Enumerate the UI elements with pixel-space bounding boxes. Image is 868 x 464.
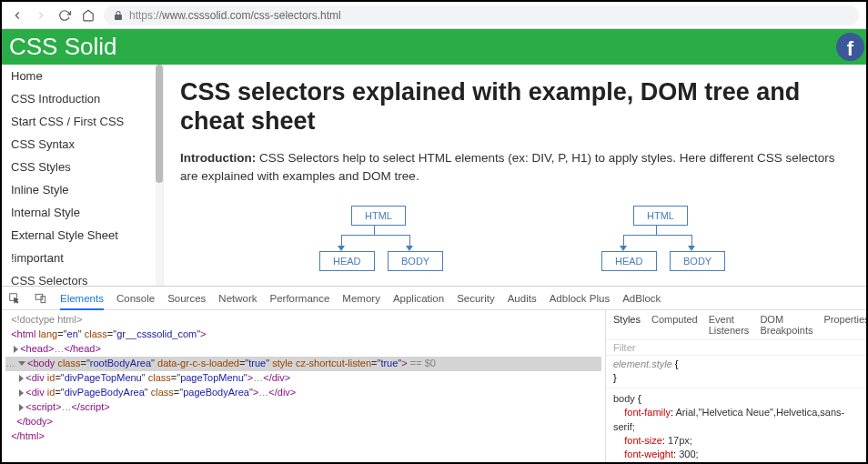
reload-button[interactable] <box>56 7 73 24</box>
styles-panel: StylesComputedEvent ListenersDOM Breakpo… <box>605 310 866 464</box>
sidebar-item[interactable]: CSS Styles <box>2 156 163 178</box>
page-title: CSS selectors explained with example, DO… <box>180 77 850 136</box>
node-body: BODY <box>670 251 725 271</box>
styles-subtab[interactable]: Computed <box>651 314 698 336</box>
node-html: HTML <box>351 206 406 226</box>
node-head: HEAD <box>601 251 657 271</box>
back-button[interactable] <box>9 7 25 24</box>
styles-tabs: StylesComputedEvent ListenersDOM Breakpo… <box>606 310 866 340</box>
styles-subtab[interactable]: Styles <box>613 314 641 336</box>
browser-toolbar: https://www.csssolid.com/css-selectors.h… <box>2 2 866 29</box>
device-toggle-icon[interactable] <box>34 291 47 305</box>
devtools-tab[interactable]: Performance <box>270 293 330 304</box>
devtools-tab[interactable]: Memory <box>342 293 380 304</box>
inspect-icon[interactable] <box>7 291 21 305</box>
devtools-tab[interactable]: Console <box>116 293 155 304</box>
address-bar[interactable]: https://www.csssolid.com/css-selectors.h… <box>104 5 859 25</box>
css-declaration[interactable]: font-size: 17px; <box>613 434 859 448</box>
sidebar-item[interactable]: CSS Introduction <box>2 87 163 110</box>
devtools-tab[interactable]: Adblock Plus <box>550 293 610 304</box>
url-text: https://www.csssolid.com/css-selectors.h… <box>129 9 341 22</box>
sidebar-item[interactable]: CSS Selectors <box>2 269 163 286</box>
site-title: CSS Solid <box>9 33 117 61</box>
home-button[interactable] <box>80 7 96 24</box>
facebook-icon[interactable]: f <box>836 33 864 61</box>
node-head: HEAD <box>319 251 375 271</box>
devtools-tab[interactable]: Elements <box>60 293 104 310</box>
body-style-rule[interactable]: body { font-family: Arial,"Helvetica Neu… <box>606 390 866 464</box>
sidebar-item[interactable]: Inline Style <box>2 178 163 201</box>
dom-tree-left: HTML HEAD BODY <box>283 206 465 278</box>
devtools-tab[interactable]: Security <box>457 293 495 304</box>
node-body: BODY <box>388 251 443 271</box>
main-content: CSS selectors explained with example, DO… <box>164 65 866 286</box>
sidebar-item[interactable]: CSS Syntax <box>2 133 163 156</box>
devtools-tab[interactable]: Audits <box>508 293 537 304</box>
devtools-tabs: ElementsConsoleSourcesNetworkPerformance… <box>2 287 866 310</box>
sidebar-scrollbar[interactable] <box>156 65 163 286</box>
devtools-body: <!doctype html> <html lang="en" class="g… <box>2 310 866 464</box>
styles-subtab[interactable]: Properties <box>823 314 868 336</box>
styles-filter[interactable]: Filter <box>606 340 866 356</box>
selected-element-body[interactable]: … <body class="rootBodyArea" data-gr-c-s… <box>5 357 601 371</box>
page-area: HomeCSS IntroductionStart CSS / First CS… <box>2 65 866 286</box>
styles-subtab[interactable]: Event Listeners <box>709 314 750 336</box>
css-declaration[interactable]: font-weight: 300; <box>613 448 859 461</box>
elements-panel[interactable]: <!doctype html> <html lang="en" class="g… <box>2 310 605 464</box>
devtools-tab[interactable]: AdBlock <box>622 293 661 304</box>
dom-tree-right: HTML HEAD BODY <box>565 206 747 278</box>
element-style-rule[interactable]: element.style { } <box>606 356 866 388</box>
dom-tree-diagrams: HTML HEAD BODY HTML HEAD BODY <box>180 206 850 278</box>
sidebar-item[interactable]: External Style Sheet <box>2 224 163 247</box>
node-html: HTML <box>633 206 688 226</box>
lock-icon <box>113 10 124 21</box>
sidebar-item[interactable]: !important <box>2 247 163 269</box>
devtools-panel: ElementsConsoleSourcesNetworkPerformance… <box>2 286 866 464</box>
intro-paragraph: Introduction: CSS Selectors help to sele… <box>180 149 850 187</box>
css-declaration[interactable]: font-family: Arial,"Helvetica Neue",Helv… <box>613 406 859 434</box>
styles-subtab[interactable]: DOM Breakpoints <box>760 314 812 336</box>
svg-rect-1 <box>35 294 43 299</box>
devtools-tab[interactable]: Sources <box>167 293 206 304</box>
sidebar-item[interactable]: Home <box>2 65 163 87</box>
sidebar-item[interactable]: Internal Style <box>2 201 163 224</box>
forward-button[interactable] <box>33 7 49 24</box>
devtools-tab[interactable]: Network <box>218 293 257 304</box>
site-header: CSS Solid f <box>2 29 866 65</box>
devtools-tab[interactable]: Application <box>393 293 444 304</box>
sidebar-item[interactable]: Start CSS / First CSS <box>2 110 163 133</box>
sidebar: HomeCSS IntroductionStart CSS / First CS… <box>2 65 164 286</box>
